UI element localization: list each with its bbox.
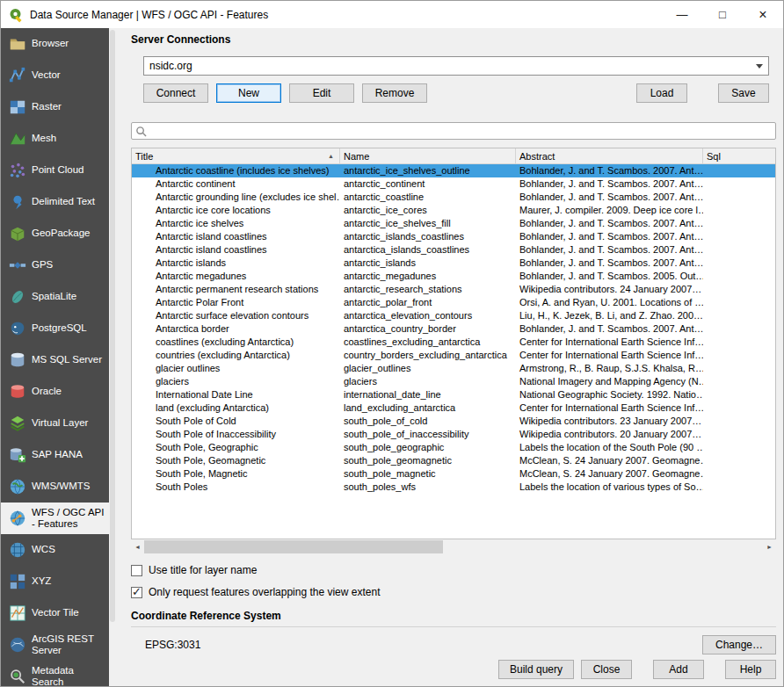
- overlap-extent-checkbox[interactable]: [131, 587, 142, 598]
- table-row[interactable]: South Pole of Cold south_pole_of_cold Wi…: [132, 415, 775, 428]
- sidebar-item[interactable]: Vector Tile: [1, 597, 109, 629]
- scroll-thumb[interactable]: [144, 540, 443, 553]
- sidebar-item[interactable]: Delimited Text: [1, 186, 109, 218]
- table-row[interactable]: Antarctic Polar Front antarctic_polar_fr…: [132, 296, 775, 309]
- wfs-icon: [9, 510, 26, 527]
- cell-title: Antarctic island coastlines: [132, 230, 340, 243]
- table-row[interactable]: glaciers glaciers National Imagery and M…: [132, 375, 775, 388]
- cell-abstract: Bohlander, J. and T. Scambos. 2007. Ant…: [516, 191, 703, 204]
- cell-title: International Date Line: [132, 388, 340, 401]
- cell-title: Antarctic island coastlines: [132, 243, 340, 257]
- table-row[interactable]: Antarctic island coastlines antarctica_i…: [132, 243, 775, 257]
- table-row[interactable]: Antarctic megadunes antarctic_megadunes …: [132, 270, 775, 283]
- sidebar-item[interactable]: WFS / OGC API - Features: [1, 503, 109, 534]
- cell-title: South Pole of Inaccessibility: [132, 428, 340, 441]
- load-button[interactable]: Load: [636, 83, 687, 103]
- sidebar-item[interactable]: PostgreSQL: [1, 313, 109, 344]
- xyz-icon: [9, 573, 26, 590]
- sidebar-item[interactable]: GeoPackage: [1, 218, 109, 249]
- sidebar-item[interactable]: WMS/WMTS: [1, 471, 109, 503]
- sidebar-item[interactable]: XYZ: [1, 566, 109, 597]
- cell-abstract: Bohlander, J. and T. Scambos. 2007. Ant…: [516, 164, 703, 177]
- build-query-button[interactable]: Build query: [498, 660, 574, 679]
- table-row[interactable]: South Pole, Geomagnetic south_pole_geoma…: [132, 454, 775, 467]
- sidebar-item[interactable]: ArcGIS REST Server: [1, 629, 109, 661]
- scroll-right-button[interactable]: ►: [763, 540, 776, 553]
- save-button[interactable]: Save: [718, 83, 769, 103]
- wms-icon: [9, 478, 26, 495]
- sidebar-item[interactable]: Browser: [1, 28, 109, 60]
- column-header-sql[interactable]: Sql: [703, 148, 775, 163]
- table-row[interactable]: Antarctic continent antarctic_continent …: [132, 177, 775, 191]
- help-button[interactable]: Help: [725, 660, 776, 679]
- sidebar-scrollbar[interactable]: [109, 28, 116, 686]
- sidebar-item[interactable]: WCS: [1, 534, 109, 566]
- sidebar-item[interactable]: Oracle: [1, 376, 109, 408]
- scrollbar-thumb[interactable]: [110, 30, 115, 622]
- sidebar-item-label: GeoPackage: [32, 228, 91, 239]
- scroll-left-button[interactable]: ◄: [131, 540, 144, 553]
- table-row[interactable]: South Pole of Inaccessibility south_pole…: [132, 428, 775, 441]
- cell-sql: [703, 191, 775, 204]
- table-row[interactable]: Antarctic surface elevation contours ant…: [132, 309, 775, 322]
- use-title-checkbox[interactable]: [131, 565, 142, 576]
- table-row[interactable]: South Pole, Magnetic south_pole_magnetic…: [132, 467, 775, 481]
- new-button[interactable]: New: [216, 83, 281, 103]
- sidebar-item[interactable]: Virtual Layer: [1, 408, 109, 439]
- table-row[interactable]: glacier outlines glacier_outlines Armstr…: [132, 362, 775, 375]
- delimited-text-icon: [9, 193, 26, 211]
- change-crs-button[interactable]: Change…: [702, 635, 776, 654]
- maximize-button[interactable]: □: [702, 1, 743, 28]
- cell-title: Antarctic ice core locations: [132, 204, 340, 217]
- connection-select[interactable]: nsidc.org: [143, 56, 769, 76]
- sidebar-item[interactable]: MS SQL Server: [1, 344, 109, 376]
- sidebar-item-label: XYZ: [32, 575, 51, 587]
- search-input[interactable]: [147, 124, 772, 138]
- sidebar-item[interactable]: Vector: [1, 60, 109, 91]
- table-row[interactable]: coastlines (excluding Antarctica) coastl…: [132, 336, 775, 349]
- sidebar-item[interactable]: SAP HANA: [1, 439, 109, 471]
- sidebar-item[interactable]: Mesh: [1, 123, 109, 155]
- table-row[interactable]: Antarctic islands antarctic_islands Bohl…: [132, 257, 775, 270]
- sidebar-item[interactable]: Raster: [1, 91, 109, 123]
- table-row[interactable]: International Date Line international_da…: [132, 388, 775, 401]
- point-cloud-icon: [9, 162, 26, 179]
- mssql-icon: [9, 351, 26, 369]
- cell-title: South Pole of Cold: [132, 415, 340, 428]
- table-row[interactable]: Antarctic ice core locations antarctic_i…: [132, 204, 775, 217]
- table-row[interactable]: South Pole, Geographic south_pole_geogra…: [132, 441, 775, 454]
- column-header-title[interactable]: Title ▲: [132, 148, 340, 163]
- sidebar-item[interactable]: Metadata Search: [1, 661, 109, 686]
- column-header-abstract[interactable]: Abstract: [516, 148, 703, 163]
- table-row[interactable]: Antarctica border antarctica_country_bor…: [132, 322, 775, 336]
- table-row[interactable]: South Poles south_poles_wfs Labels the l…: [132, 481, 775, 494]
- table-row[interactable]: countries (excluding Antarctica) country…: [132, 349, 775, 362]
- dialog-button-box: Build query Close Add Help: [131, 660, 776, 679]
- sidebar-item[interactable]: Point Cloud: [1, 155, 109, 186]
- table-row[interactable]: Antarctic permanent research stations an…: [132, 283, 775, 296]
- sidebar-item[interactable]: GPS: [1, 249, 109, 281]
- column-header-name[interactable]: Name: [340, 148, 516, 163]
- edit-button[interactable]: Edit: [289, 83, 354, 103]
- table-row[interactable]: Antarctic island coastlines antarctic_is…: [132, 230, 775, 243]
- window-title: Data Source Manager | WFS / OGC API - Fe…: [30, 9, 268, 21]
- cell-abstract: National Geographic Society. 1992. Natio…: [516, 388, 703, 401]
- horizontal-scrollbar[interactable]: ◄ ►: [131, 540, 776, 553]
- add-button[interactable]: Add: [653, 660, 704, 679]
- sidebar-item[interactable]: SpatiaLite: [1, 281, 109, 313]
- table-row[interactable]: Antarctic grounding line (excludes ice s…: [132, 191, 775, 204]
- remove-button[interactable]: Remove: [362, 83, 427, 103]
- close-dialog-button[interactable]: Close: [581, 660, 632, 679]
- table-row[interactable]: Antarctic ice shelves antarctic_ice_shel…: [132, 217, 775, 230]
- close-button[interactable]: ×: [743, 1, 783, 28]
- cell-sql: [703, 467, 775, 481]
- cell-title: South Pole, Geomagnetic: [132, 454, 340, 467]
- table-row[interactable]: land (excluding Antarctica) land_excludi…: [132, 401, 775, 415]
- cell-abstract: Bohlander, J. and T. Scambos. 2007. Ant…: [516, 230, 703, 243]
- table-body: Antarctic coastline (includes ice shelve…: [132, 164, 775, 539]
- minimize-button[interactable]: —: [662, 1, 702, 28]
- cell-name: antarctica_elevation_contours: [340, 309, 516, 322]
- table-row[interactable]: Antarctic coastline (includes ice shelve…: [132, 164, 775, 177]
- cell-name: antarctic_islands_coastlines: [340, 230, 516, 243]
- connect-button[interactable]: Connect: [143, 83, 208, 103]
